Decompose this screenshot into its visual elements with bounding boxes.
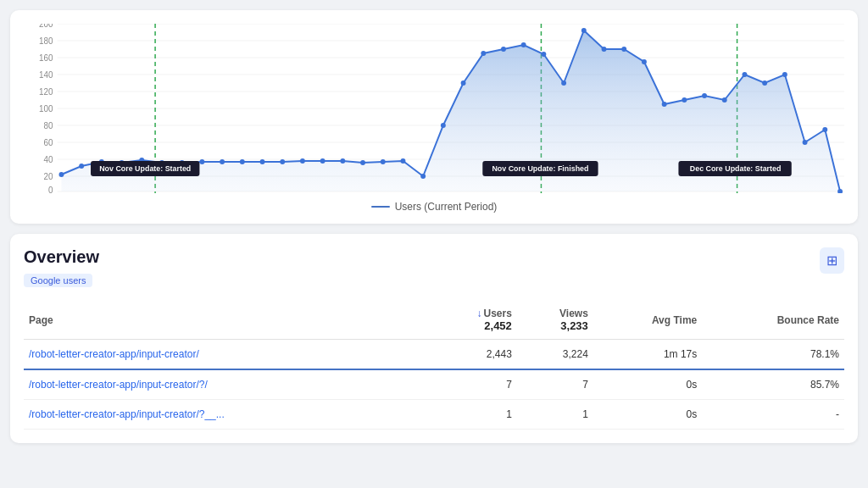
table-row: /robot-letter-creator-app/input-creator/… (24, 369, 844, 400)
svg-point-44 (441, 123, 446, 128)
cell-avg-time: 0s (593, 400, 702, 430)
svg-point-26 (79, 164, 84, 169)
overview-header: Overview Google users ⊞ (24, 247, 844, 297)
svg-point-37 (300, 158, 305, 164)
svg-point-38 (320, 158, 326, 164)
svg-text:160: 160 (39, 53, 53, 63)
cell-users: 7 (428, 369, 517, 400)
table-row: /robot-letter-creator-app/input-creator/… (24, 340, 844, 370)
cell-page[interactable]: /robot-letter-creator-app/input-creator/… (24, 369, 428, 400)
svg-point-48 (521, 42, 526, 47)
svg-point-41 (381, 159, 386, 164)
svg-point-58 (722, 97, 727, 103)
svg-text:180: 180 (39, 36, 53, 46)
col-header-bounce-rate: Bounce Rate (702, 301, 844, 340)
overview-table: Page ↓Users 2,452 Views 3,233 Avg Time B… (24, 301, 844, 430)
svg-point-51 (581, 28, 587, 33)
svg-text:120: 120 (39, 87, 53, 97)
svg-point-46 (481, 51, 486, 56)
svg-point-47 (501, 47, 506, 52)
col-header-avg-time: Avg Time (593, 301, 702, 340)
cell-bounce-rate: 85.7% (702, 369, 844, 400)
svg-point-56 (682, 97, 687, 103)
legend-label: Users (Current Period) (395, 201, 498, 213)
svg-point-49 (541, 52, 546, 57)
svg-text:200: 200 (39, 24, 53, 29)
svg-text:Dec Core Update: Started: Dec Core Update: Started (690, 164, 782, 173)
chart-card: 200 180 160 140 120 100 80 60 40 20 0 (10, 10, 858, 224)
svg-text:Nov Core Update: Started: Nov Core Update: Started (99, 164, 191, 173)
overview-title: Overview (24, 247, 99, 267)
cell-views: 3,224 (517, 340, 593, 370)
legend-line-icon (371, 206, 390, 208)
svg-point-36 (280, 159, 285, 164)
cell-users: 1 (428, 400, 517, 430)
views-total: 3,233 (522, 319, 588, 332)
google-users-badge: Google users (24, 274, 92, 287)
svg-text:80: 80 (44, 121, 53, 130)
svg-point-25 (58, 172, 64, 177)
svg-point-50 (561, 80, 566, 86)
sort-arrow-icon: ↓ (476, 308, 481, 319)
cell-bounce-rate: 78.1% (702, 340, 844, 370)
cell-views: 1 (517, 400, 593, 430)
svg-point-53 (621, 47, 626, 52)
cell-page[interactable]: /robot-letter-creator-app/input-creator/ (24, 340, 428, 370)
svg-point-42 (400, 158, 405, 164)
svg-point-60 (762, 80, 767, 86)
svg-text:60: 60 (44, 138, 53, 147)
svg-text:100: 100 (39, 104, 53, 114)
svg-point-35 (260, 159, 265, 164)
cell-bounce-rate: - (702, 400, 844, 430)
svg-point-54 (642, 59, 647, 64)
svg-text:140: 140 (39, 70, 53, 80)
svg-text:40: 40 (44, 155, 53, 164)
svg-point-57 (702, 93, 707, 98)
users-total: 2,452 (433, 319, 512, 332)
col-header-users: ↓Users 2,452 (428, 301, 517, 340)
col-header-views: Views 3,233 (517, 301, 593, 340)
svg-point-61 (782, 72, 787, 77)
chart-svg: 200 180 160 140 120 100 80 60 40 20 0 (24, 24, 844, 193)
svg-point-40 (360, 160, 365, 165)
svg-point-52 (602, 47, 607, 52)
cell-avg-time: 0s (593, 369, 702, 400)
svg-point-55 (662, 102, 667, 107)
svg-text:Nov Core Update: Finished: Nov Core Update: Finished (492, 164, 588, 173)
cell-users: 2,443 (428, 340, 517, 370)
cell-views: 7 (517, 369, 593, 400)
svg-point-33 (220, 159, 225, 164)
svg-point-32 (199, 159, 204, 164)
col-header-page: Page (24, 301, 428, 340)
svg-point-34 (240, 159, 245, 164)
svg-point-62 (803, 140, 808, 145)
svg-text:20: 20 (44, 172, 53, 181)
cell-avg-time: 1m 17s (593, 340, 702, 370)
overview-title-section: Overview Google users (24, 247, 99, 297)
svg-point-39 (340, 158, 345, 164)
grid-view-button[interactable]: ⊞ (820, 247, 844, 274)
chart-area: 200 180 160 140 120 100 80 60 40 20 0 (24, 24, 844, 210)
svg-point-45 (461, 80, 466, 86)
svg-point-63 (822, 127, 827, 132)
svg-text:0: 0 (48, 186, 53, 193)
svg-point-43 (420, 174, 426, 179)
overview-card: Overview Google users ⊞ Page ↓Users 2,45… (10, 234, 858, 443)
chart-legend: Users (Current Period) (24, 201, 844, 213)
table-body: /robot-letter-creator-app/input-creator/… (24, 340, 844, 430)
cell-page[interactable]: /robot-letter-creator-app/input-creator/… (24, 400, 428, 430)
svg-point-59 (742, 72, 747, 77)
table-row: /robot-letter-creator-app/input-creator/… (24, 400, 844, 430)
table-header-row: Page ↓Users 2,452 Views 3,233 Avg Time B… (24, 301, 844, 340)
